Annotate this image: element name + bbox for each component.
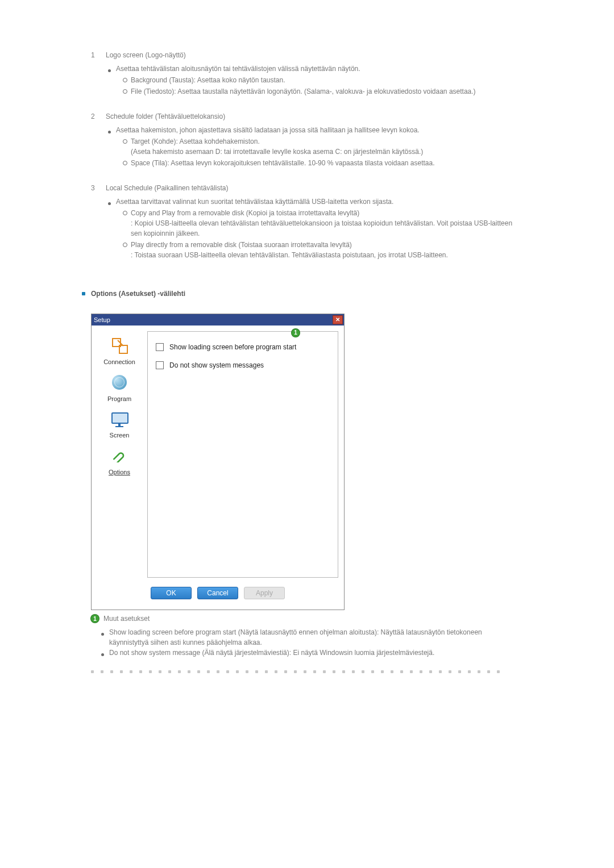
cube-bullet-icon: [82, 292, 85, 295]
ok-button[interactable]: OK: [151, 587, 192, 599]
circle-continuation: (Aseta hakemisto asemaan D: tai irrotett…: [131, 147, 517, 157]
dialog-nav: Connection Program Screen: [97, 331, 142, 578]
callout-heading-row: 1 Muut asetukset: [91, 614, 517, 624]
circle-item: Copy and Play from a removable disk (Kop…: [123, 208, 517, 218]
callout-badge-wrap: 1: [292, 327, 300, 337]
circle-item: Background (Tausta): Asettaa koko näytön…: [123, 75, 517, 85]
connection-icon: [107, 335, 132, 356]
dialog-titlebar: Setup ✕: [92, 314, 344, 326]
dialog-button-row: OK Cancel Apply: [92, 578, 344, 610]
checkbox-label: Show loading screen before program start: [169, 342, 296, 352]
section-number: 3: [91, 183, 106, 193]
bullet-item: Asettaa hakemiston, johon ajastettava si…: [108, 125, 517, 135]
after-dialog-block: 1 Muut asetukset Show loading screen bef…: [91, 614, 517, 658]
bullet-item: Do not show system message (Älä näytä jä…: [101, 648, 517, 658]
bullet-text: Show loading screen before program start…: [109, 627, 517, 648]
nav-label: Screen: [110, 431, 130, 440]
dialog-body: Connection Program Screen: [92, 326, 344, 578]
circle-text: File (Tiedosto): Asettaa taustalla näyte…: [131, 86, 476, 97]
nav-label: Options: [109, 468, 130, 477]
globe-icon: [107, 372, 132, 393]
monitor-icon: [107, 408, 132, 429]
divider-dots: [91, 670, 517, 673]
bullet-icon: [108, 64, 116, 74]
bullet-item: Asettaa tarvittavat valinnat kun suorita…: [108, 197, 517, 207]
bullet-icon: [101, 648, 109, 658]
nav-item-connection[interactable]: Connection: [102, 335, 137, 367]
bullet-text: Asettaa hakemiston, johon ajastettava si…: [116, 125, 420, 135]
circle-marker-icon: [123, 75, 131, 85]
bullet-item: Asettaa tehtävälistan aloitusnäytön tai …: [108, 64, 517, 74]
circle-marker-icon: [123, 136, 131, 147]
circle-text: Copy and Play from a removable disk (Kop…: [131, 208, 359, 218]
section-number: 1: [91, 50, 106, 60]
circle-item: Play directly from a removable disk (Toi…: [123, 240, 517, 250]
callout-badge-1: 1: [91, 615, 99, 623]
circle-item: Target (Kohde): Asettaa kohdehakemiston.: [123, 136, 517, 147]
nav-label: Program: [107, 394, 131, 404]
dialog-title: Setup: [92, 315, 110, 325]
bullet-icon: [101, 627, 109, 648]
section-row: 3 Local Schedule (Paikallinen tehtävälis…: [91, 183, 517, 193]
checkbox-icon[interactable]: [156, 343, 164, 351]
nav-label: Connection: [103, 357, 135, 367]
section-number: 2: [91, 111, 106, 122]
bullet-text: Asettaa tehtävälistan aloitusnäytön tai …: [116, 64, 360, 74]
circle-text: Play directly from a removable disk (Toi…: [131, 240, 352, 250]
options-subheader-text: Options (Asetukset) -välilehti: [91, 289, 185, 299]
circle-marker-icon: [123, 208, 131, 218]
checkbox-row-sysmsg[interactable]: Do not show system messages: [156, 360, 330, 370]
section-body: Asettaa tarvittavat valinnat kun suorita…: [108, 197, 517, 260]
wrench-icon: [107, 445, 132, 466]
bullet-icon: [108, 197, 116, 207]
section-title: Local Schedule (Paikallinen tehtävälista…: [106, 183, 228, 193]
section-title: Schedule folder (Tehtäväluettelokansio): [106, 111, 225, 122]
close-icon[interactable]: ✕: [333, 315, 343, 324]
after-list: Show loading screen before program start…: [101, 627, 517, 658]
document-content: 1 Logo screen (Logo-näyttö) Asettaa teht…: [91, 50, 517, 673]
circle-item: File (Tiedosto): Asettaa taustalla näyte…: [123, 86, 517, 97]
nav-item-program[interactable]: Program: [102, 372, 137, 404]
checkbox-icon[interactable]: [156, 361, 164, 369]
bullet-text: Do not show system message (Älä näytä jä…: [109, 648, 434, 658]
circle-item: Space (Tila): Asettaa levyn kokorajoituk…: [123, 158, 517, 168]
bullet-item: Show loading screen before program start…: [101, 627, 517, 648]
bullet-icon: [108, 125, 116, 135]
cancel-button[interactable]: Cancel: [197, 587, 238, 599]
checkbox-row-loading[interactable]: Show loading screen before program start: [156, 342, 330, 352]
apply-button[interactable]: Apply: [244, 587, 285, 599]
nav-item-screen[interactable]: Screen: [102, 408, 137, 440]
checkbox-label: Do not show system messages: [169, 360, 264, 370]
setup-dialog-screenshot: Setup ✕ Connection Program: [91, 314, 517, 610]
nav-item-options[interactable]: Options: [102, 445, 137, 477]
circle-text: Space (Tila): Asettaa levyn kokorajoituk…: [131, 158, 435, 168]
section-title: Logo screen (Logo-näyttö): [106, 50, 186, 60]
callout-badge-1: 1: [292, 329, 300, 337]
section-row: 2 Schedule folder (Tehtäväluettelokansio…: [91, 111, 517, 122]
options-panel: 1 Show loading screen before program sta…: [147, 331, 338, 578]
circle-marker-icon: [123, 158, 131, 168]
circle-marker-icon: [123, 86, 131, 97]
circle-marker-icon: [123, 240, 131, 250]
circle-text: Background (Tausta): Asettaa koko näytön…: [131, 75, 285, 85]
circle-continuation: : Kopioi USB-laitteella olevan tehtäväli…: [131, 218, 517, 239]
circle-text: Target (Kohde): Asettaa kohdehakemiston.: [131, 136, 260, 147]
circle-continuation: : Toistaa suoraan USB-laitteella olevan …: [131, 250, 517, 260]
section-row: 1 Logo screen (Logo-näyttö): [91, 50, 517, 60]
bullet-text: Asettaa tarvittavat valinnat kun suorita…: [116, 197, 393, 207]
callout-heading: Muut asetukset: [103, 614, 150, 624]
section-body: Asettaa tehtävälistan aloitusnäytön tai …: [108, 64, 517, 97]
options-subheader: Options (Asetukset) -välilehti: [78, 289, 517, 299]
section-body: Asettaa hakemiston, johon ajastettava si…: [108, 125, 517, 168]
setup-dialog: Setup ✕ Connection Program: [91, 314, 345, 610]
